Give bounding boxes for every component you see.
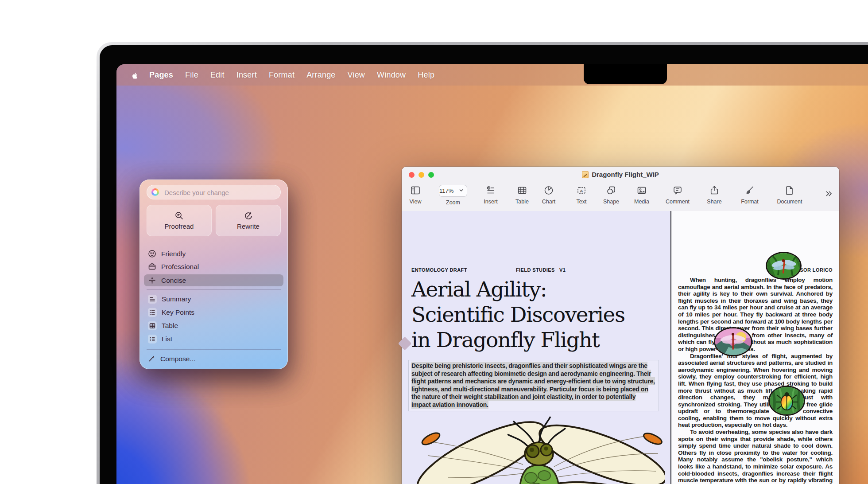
menu-item-arrange[interactable]: Arrange — [306, 70, 335, 80]
describe-change-input[interactable] — [163, 185, 278, 200]
toolbar-label: Zoom — [446, 199, 460, 206]
tone-label: Professional — [161, 263, 199, 271]
toolbar-button-format[interactable]: Format — [734, 185, 766, 205]
toolbar-label: View — [410, 199, 422, 205]
chart-icon — [543, 185, 554, 196]
writing-tools-popup: Proofread Rewrite Friendly Professional … — [140, 180, 288, 369]
apple-intelligence-icon — [151, 188, 159, 196]
share-icon — [709, 185, 720, 196]
menu-item-window[interactable]: Window — [377, 70, 406, 80]
document-title: Aerial Agility: Scientific Discoveries i… — [411, 277, 665, 352]
chevron-down-icon — [459, 189, 463, 191]
menu-item-edit[interactable]: Edit — [210, 70, 225, 80]
chevrons-right-icon — [825, 190, 833, 198]
transform-option-summary[interactable]: Summary — [144, 293, 283, 304]
toolbar-label: Shape — [603, 199, 619, 205]
table-icon — [517, 185, 527, 196]
lead-paragraph[interactable]: Despite being prehistoric insects, drago… — [411, 362, 656, 409]
toolbar-label: Media — [634, 199, 649, 205]
header-entomology-draft: ENTOMOLOGY DRAFT — [411, 267, 467, 273]
compose-pencil-icon — [148, 355, 155, 363]
tone-option-concise-selected[interactable]: Concise — [144, 274, 283, 286]
body-paragraph: To avoid overheating, some species also … — [678, 429, 833, 484]
rewrite-label: Rewrite — [237, 222, 260, 230]
popup-divider — [147, 289, 281, 290]
toolbar-button-insert[interactable]: Insert — [475, 185, 507, 205]
menu-bar: Pages File Edit Insert Format Arrange Vi… — [116, 64, 868, 86]
concise-icon — [148, 276, 156, 285]
menu-item-view[interactable]: View — [348, 70, 365, 80]
toolbar-label: Comment — [666, 199, 690, 205]
menu-item-format[interactable]: Format — [269, 70, 294, 80]
body-paragraph: When hunting, dragonflies employ motion … — [678, 277, 833, 353]
transform-label: List — [162, 335, 172, 343]
list-icon — [148, 335, 157, 343]
smiley-icon — [148, 250, 156, 258]
toolbar-label: Share — [707, 199, 721, 205]
document-icon — [784, 185, 795, 196]
window-toolbar: View 117% Zoom Insert Table Char — [402, 183, 839, 211]
inline-image-dragonfly-jungle — [766, 252, 802, 280]
briefcase-icon — [148, 262, 156, 271]
proofread-button[interactable]: Proofread — [147, 205, 212, 236]
transform-option-list[interactable]: List — [144, 333, 283, 344]
comment-icon — [672, 185, 683, 196]
window-title-bar[interactable]: Dragonfly Flight_WIP — [402, 167, 839, 183]
selected-paragraph-box[interactable]: Despite being prehistoric insects, drago… — [408, 360, 659, 411]
toolbar-button-media[interactable]: Media — [626, 185, 658, 205]
rewrite-icon — [244, 211, 253, 221]
popup-divider — [147, 349, 281, 350]
summary-icon — [148, 295, 157, 304]
transform-label: Key Points — [162, 308, 194, 316]
compose-option[interactable]: Compose... — [144, 353, 283, 364]
toolbar-button-text[interactable]: A Text — [566, 185, 597, 205]
key-points-icon — [148, 308, 157, 317]
transform-option-table[interactable]: Table — [144, 320, 283, 331]
toolbar-label: Document — [777, 199, 802, 205]
menu-item-pages[interactable]: Pages — [149, 70, 173, 80]
media-icon — [636, 185, 647, 196]
sidebar-view-icon — [410, 185, 421, 196]
apple-menu-icon[interactable] — [130, 70, 137, 79]
text-box-icon: A — [576, 185, 587, 196]
toolbar-label: Format — [741, 199, 759, 205]
transform-option-key-points[interactable]: Key Points — [144, 307, 283, 318]
header-professor-lorico: PROFESSOR LORICO — [678, 267, 833, 273]
document-file-icon — [582, 171, 589, 178]
body-paragraph: Dragonflies' four styles of flight, augm… — [678, 353, 833, 429]
transform-label: Summary — [162, 295, 191, 303]
toolbar-button-document[interactable]: Document — [774, 185, 806, 205]
toolbar-overflow-button[interactable] — [813, 190, 845, 199]
inline-image-dragonfly-sunset — [714, 327, 752, 356]
svg-text:A: A — [580, 188, 583, 193]
menu-item-insert[interactable]: Insert — [236, 70, 257, 80]
toolbar-button-view[interactable]: View — [399, 185, 431, 205]
toolbar-label: Chart — [542, 199, 556, 205]
toolbar-button-comment[interactable]: Comment — [662, 185, 694, 205]
compose-label: Compose... — [160, 355, 195, 363]
toolbar-separator — [769, 188, 769, 204]
toolbar-button-share[interactable]: Share — [698, 185, 730, 205]
header-version: V1 — [559, 267, 566, 273]
proofread-icon — [174, 211, 184, 221]
toolbar-button-chart[interactable]: Chart — [533, 185, 565, 205]
zoom-value: 117% — [439, 187, 453, 194]
toolbar-label: Insert — [484, 199, 497, 205]
tone-label: Concise — [161, 277, 186, 285]
proofread-label: Proofread — [165, 222, 194, 230]
tone-option-professional[interactable]: Professional — [144, 261, 283, 272]
inline-image-beetle — [768, 386, 805, 416]
pages-window: Dragonfly Flight_WIP View 117% Zoom Inse… — [402, 167, 839, 484]
toolbar-zoom-control[interactable]: 117% Zoom — [435, 185, 471, 206]
menu-item-file[interactable]: File — [185, 70, 198, 80]
insert-icon — [485, 185, 496, 196]
header-field-studies: FIELD STUDIES — [516, 267, 555, 273]
document-canvas: ENTOMOLOGY DRAFT FIELD STUDIES V1 PROFES… — [402, 211, 839, 484]
shape-icon — [606, 185, 616, 196]
tone-label: Friendly — [161, 250, 186, 258]
rewrite-button[interactable]: Rewrite — [216, 205, 281, 236]
menu-item-help[interactable]: Help — [418, 70, 434, 80]
describe-change-input-wrap — [147, 185, 281, 199]
tone-option-friendly[interactable]: Friendly — [144, 248, 283, 259]
toolbar-button-shape[interactable]: Shape — [595, 185, 627, 205]
